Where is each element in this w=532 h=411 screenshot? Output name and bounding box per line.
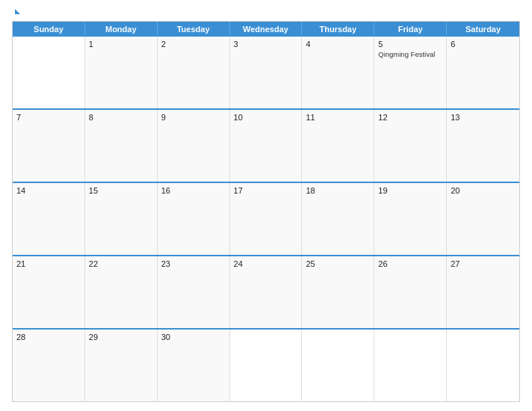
day-cell: 10 xyxy=(230,110,303,182)
day-cell: 1 xyxy=(85,37,158,108)
day-number: 4 xyxy=(306,40,370,49)
day-header-saturday: Saturday xyxy=(447,22,519,37)
week-row-1: 12345Qingming Festival6 xyxy=(13,37,519,108)
day-number: 6 xyxy=(451,40,516,49)
day-number: 10 xyxy=(234,113,298,122)
day-cell: 6 xyxy=(447,37,519,108)
day-cell: 26 xyxy=(374,256,447,328)
day-cell: 18 xyxy=(302,183,374,255)
day-cell: 7 xyxy=(13,110,85,182)
page: SundayMondayTuesdayWednesdayThursdayFrid… xyxy=(0,0,532,411)
day-number: 11 xyxy=(306,113,370,122)
logo-blue-text xyxy=(12,9,20,15)
day-number: 16 xyxy=(161,186,226,195)
day-header-sunday: Sunday xyxy=(13,22,85,37)
calendar: SundayMondayTuesdayWednesdayThursdayFrid… xyxy=(12,21,520,402)
day-cell xyxy=(302,330,374,401)
day-number: 19 xyxy=(378,186,442,195)
day-cell: 8 xyxy=(85,110,158,182)
day-cell: 2 xyxy=(158,37,230,108)
day-cell xyxy=(374,330,447,401)
header xyxy=(12,9,520,15)
event-label: Qingming Festival xyxy=(378,50,442,59)
days-header: SundayMondayTuesdayWednesdayThursdayFrid… xyxy=(13,22,519,37)
day-number: 15 xyxy=(89,186,153,195)
day-number: 9 xyxy=(161,113,226,122)
day-cell: 19 xyxy=(374,183,447,255)
day-cell: 16 xyxy=(158,183,230,255)
day-number: 20 xyxy=(451,186,516,195)
day-cell: 3 xyxy=(230,37,303,108)
day-number: 5 xyxy=(378,40,442,49)
day-cell: 9 xyxy=(158,110,230,182)
day-cell: 4 xyxy=(302,37,374,108)
week-row-3: 14151617181920 xyxy=(13,182,519,255)
day-cell: 29 xyxy=(85,330,158,401)
day-number: 21 xyxy=(16,259,81,268)
day-number: 14 xyxy=(16,186,81,195)
logo xyxy=(12,9,20,15)
day-cell xyxy=(230,330,303,401)
day-number: 30 xyxy=(161,333,226,342)
day-cell: 12 xyxy=(374,110,447,182)
day-cell: 20 xyxy=(447,183,519,255)
day-number: 2 xyxy=(161,40,226,49)
day-number: 8 xyxy=(89,113,153,122)
day-number: 1 xyxy=(89,40,153,49)
day-cell: 17 xyxy=(230,183,303,255)
day-cell: 23 xyxy=(158,256,230,328)
day-header-thursday: Thursday xyxy=(302,22,374,37)
day-cell: 25 xyxy=(302,256,374,328)
week-row-2: 78910111213 xyxy=(13,108,519,182)
day-cell xyxy=(447,330,519,401)
day-header-wednesday: Wednesday xyxy=(230,22,303,37)
day-cell: 21 xyxy=(13,256,85,328)
day-number: 3 xyxy=(234,40,298,49)
day-number: 18 xyxy=(306,186,370,195)
day-cell: 30 xyxy=(158,330,230,401)
day-cell: 28 xyxy=(13,330,85,401)
day-number: 26 xyxy=(378,259,442,268)
day-number: 17 xyxy=(234,186,298,195)
day-number: 23 xyxy=(161,259,226,268)
day-header-monday: Monday xyxy=(85,22,158,37)
day-cell: 14 xyxy=(13,183,85,255)
day-number: 25 xyxy=(306,259,370,268)
weeks: 12345Qingming Festival678910111213141516… xyxy=(13,37,519,401)
day-cell: 24 xyxy=(230,256,303,328)
day-number: 13 xyxy=(451,113,516,122)
day-cell: 27 xyxy=(447,256,519,328)
day-number: 29 xyxy=(89,333,153,342)
day-cell: 15 xyxy=(85,183,158,255)
day-cell xyxy=(13,37,85,108)
logo-triangle-icon xyxy=(15,9,20,14)
day-number: 27 xyxy=(451,259,516,268)
week-row-5: 282930 xyxy=(13,328,519,401)
day-header-tuesday: Tuesday xyxy=(158,22,230,37)
day-cell: 22 xyxy=(85,256,158,328)
day-number: 7 xyxy=(16,113,81,122)
day-number: 28 xyxy=(16,333,81,342)
day-number: 12 xyxy=(378,113,442,122)
week-row-4: 21222324252627 xyxy=(13,255,519,328)
day-cell: 5Qingming Festival xyxy=(374,37,447,108)
day-cell: 13 xyxy=(447,110,519,182)
day-number: 24 xyxy=(234,259,298,268)
day-cell: 11 xyxy=(302,110,374,182)
day-number: 22 xyxy=(89,259,153,268)
day-header-friday: Friday xyxy=(374,22,447,37)
